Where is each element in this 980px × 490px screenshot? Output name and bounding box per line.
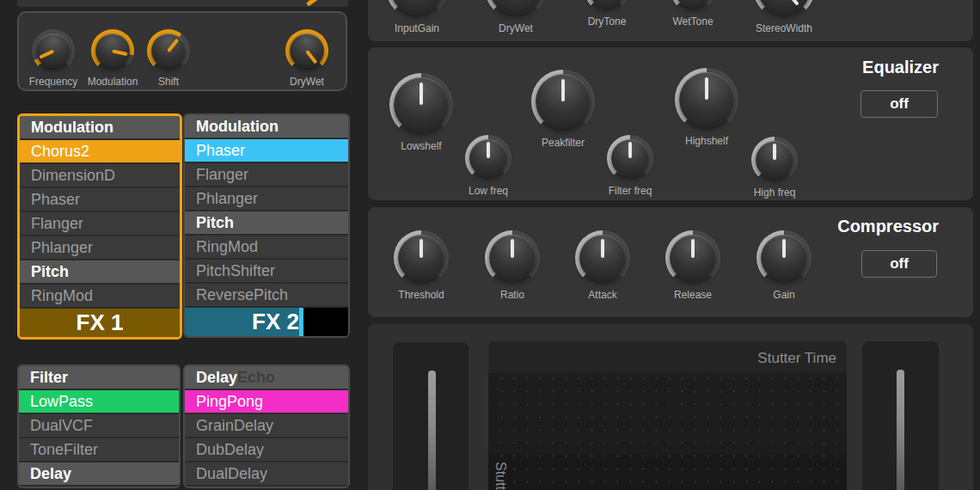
top-panel-fragment	[17, 0, 348, 7]
list-item-row[interactable]: ToneFilter	[19, 438, 179, 462]
list-header-row: DelayEcho	[185, 366, 348, 390]
knob-drywet-master[interactable]: DryWet	[285, 29, 328, 89]
knob-face	[607, 135, 653, 181]
knob-lowfreq[interactable]: Low freq	[465, 135, 511, 199]
knob-face	[389, 73, 453, 137]
knob-pointer	[561, 79, 565, 101]
fx-slot-footer[interactable]: FX 1	[20, 309, 180, 337]
list-item-row[interactable]: DualVCF	[19, 414, 179, 438]
knob-face	[485, 0, 547, 19]
list-item-row[interactable]: RingMod	[185, 236, 348, 260]
knob-label: StereoWidth	[728, 22, 840, 34]
knob-face	[465, 135, 511, 181]
knob-attack[interactable]: Attack	[575, 230, 630, 303]
stutter-pad-title: Stutter Time	[757, 350, 836, 367]
knob-threshold[interactable]: Threshold	[394, 230, 449, 303]
list-item-row[interactable]: GrainDelay	[185, 414, 348, 438]
knob-face	[91, 29, 134, 72]
compressor-title: Compressor	[837, 217, 939, 236]
knob-label: InputGain	[368, 22, 473, 34]
list-header-row: Filter	[19, 366, 179, 390]
list-item-row[interactable]: Phaser	[20, 188, 180, 212]
knob-face	[147, 29, 190, 72]
knob-face	[575, 230, 630, 285]
list-header-row: Pitch	[185, 211, 348, 236]
knob-drywet[interactable]: DryWet	[485, 0, 547, 36]
list-item-row[interactable]: Phaser	[185, 139, 348, 163]
knob-label: Gain	[734, 289, 833, 301]
list-item-row[interactable]: Flanger	[185, 163, 348, 187]
fx-slot-label: FX 2	[185, 308, 305, 336]
equalizer-power-button[interactable]: off	[861, 90, 938, 118]
knob-gain[interactable]: Gain	[756, 230, 812, 303]
knob-face	[531, 70, 595, 133]
stutter-pad[interactable]: Stutter Time Stutter	[488, 341, 847, 490]
list-item-row[interactable]: Chorus2	[20, 140, 180, 164]
knob-face	[671, 0, 715, 12]
slider-track	[428, 371, 436, 490]
knob-pointer	[601, 239, 604, 258]
knob-label: Filter freq	[588, 185, 671, 197]
plugin-ui: Frequency Modulation Shift DryWet Modula…	[0, 0, 980, 490]
knob-face	[285, 29, 328, 72]
list-header-row: Modulation	[20, 116, 180, 140]
stutter-axis-label: Stutter	[493, 462, 508, 490]
knob-peakfilter[interactable]: Peakfilter	[531, 70, 595, 150]
knob-face	[753, 0, 815, 19]
equalizer-title: Equalizer	[862, 58, 939, 77]
delay-effect-list: DelayEchoPingPongGrainDelayDubDelayDualD…	[183, 364, 350, 488]
list-item-row[interactable]: Phlanger	[185, 187, 348, 211]
ghost-label: Echo	[237, 369, 275, 386]
knob-pointer	[782, 239, 786, 258]
list-item-row[interactable]: LowPass	[19, 390, 179, 414]
slider-track	[897, 370, 904, 490]
fx2-effect-list: ModulationPhaserFlangerPhlangerPitchRing…	[183, 113, 350, 338]
knob-drytone[interactable]: DryTone	[585, 0, 629, 29]
compressor-power-button[interactable]: off	[861, 250, 937, 278]
knob-shift[interactable]: Shift	[147, 29, 190, 89]
knob-lowshelf[interactable]: Lowshelf	[389, 73, 453, 154]
stutter-slider-right[interactable]	[862, 341, 939, 490]
knob-label: DryWet	[268, 76, 346, 88]
knob-face	[394, 230, 449, 285]
list-item-row[interactable]: ReversePitch	[185, 284, 348, 308]
knob-face	[32, 29, 75, 72]
stutter-slider-left[interactable]	[393, 342, 469, 490]
knob-label: DryTone	[567, 15, 647, 28]
knob-modulation[interactable]: Modulation	[91, 29, 134, 89]
knob-release[interactable]: Release	[665, 230, 720, 303]
list-header-row: Pitch	[20, 260, 180, 285]
knob-highfreq[interactable]: High freq	[751, 137, 798, 200]
knob-stereowidth[interactable]: StereoWidth	[753, 0, 815, 36]
knob-face	[756, 230, 812, 285]
knob-pointer	[487, 142, 490, 158]
knob-pointer	[420, 239, 423, 258]
knob-filterfreq[interactable]: Filter freq	[607, 135, 653, 199]
list-item-row[interactable]: PingPong	[185, 390, 348, 414]
knob-label: Low freq	[446, 185, 530, 197]
knob-label: Ratio	[462, 289, 561, 301]
equalizer-panel: Lowshelf Low freq Peakfilter Filter freq…	[368, 47, 973, 200]
pad-dot-grid	[495, 372, 843, 490]
knob-pointer	[420, 83, 423, 105]
knob-face	[675, 68, 738, 132]
list-item-row[interactable]: PitchShifter	[185, 260, 348, 284]
list-item-row[interactable]: RingMod	[20, 285, 180, 309]
stutter-panel: Stutter Time Stutter	[368, 324, 973, 490]
knob-wettone[interactable]: WetTone	[671, 0, 715, 29]
knob-face	[751, 137, 798, 183]
knob-frequency[interactable]: Frequency	[32, 29, 75, 89]
list-item-row[interactable]: DualDelay	[185, 462, 348, 487]
knob-ratio[interactable]: Ratio	[485, 230, 540, 303]
knob-face	[386, 0, 448, 19]
list-item-row[interactable]: DimensionD	[20, 164, 180, 188]
list-item-row[interactable]: Phlanger	[20, 236, 180, 260]
list-item-row[interactable]: Flanger	[20, 212, 180, 236]
list-header-row: Modulation	[185, 115, 348, 139]
list-item-row[interactable]: DubDelay	[185, 438, 348, 462]
knob-label: WetTone	[652, 15, 733, 28]
knob-inputgain[interactable]: InputGain	[386, 0, 448, 36]
fx-slot-footer[interactable]: FX 2	[185, 308, 348, 336]
knob-highshelf[interactable]: Highshelf	[675, 68, 738, 149]
knob-label: Lowshelf	[364, 140, 478, 152]
